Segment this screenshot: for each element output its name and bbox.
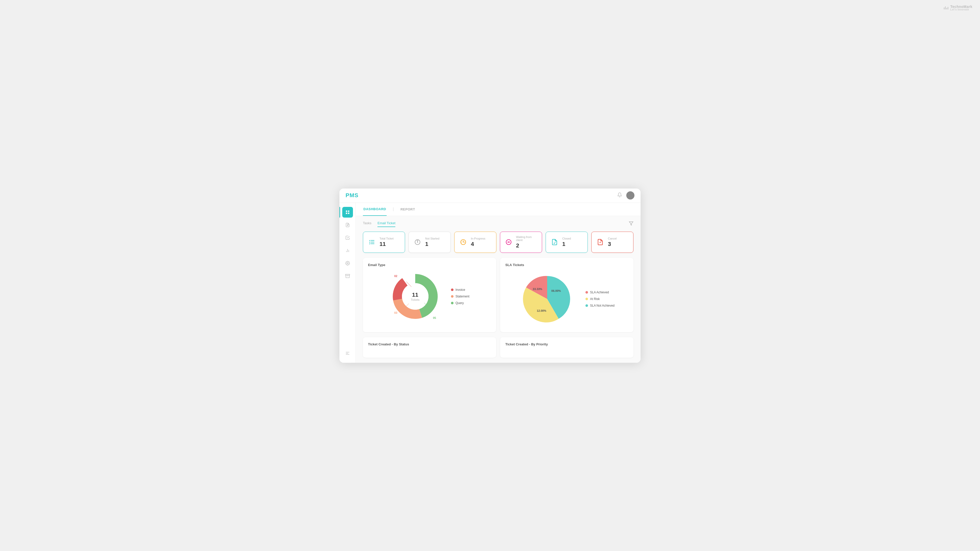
watermark: TechnoMark Let's Innovate	[944, 5, 972, 11]
svg-rect-5	[348, 213, 349, 214]
in-progress-icon	[458, 238, 468, 247]
closed-icon	[550, 238, 559, 247]
charts-row: Email Type	[363, 258, 633, 332]
pie-svg: 06.00% 33.33% 12.00%	[519, 271, 575, 327]
sidebar-item-archive[interactable]	[342, 271, 353, 281]
legend-label-sla-not-achieved: SLA Not Achieved	[590, 304, 614, 307]
stat-info-not-started: Not Started 1	[425, 237, 439, 248]
email-type-title: Email Type	[368, 263, 491, 267]
stat-info-closed: Closed 1	[562, 237, 571, 248]
stat-label-in-progress: In-Progress	[471, 237, 485, 240]
donut-label-statement: 03	[394, 311, 397, 314]
stat-card-waiting[interactable]: Waiting from client 2	[500, 232, 542, 253]
pie-label-sla-achieved: 33.33%	[533, 287, 542, 291]
stat-label-cancel: Cancel	[608, 237, 617, 240]
app-window: PMS	[339, 189, 641, 363]
pie-container: 06.00% 33.33% 12.00% SLA Achieved	[505, 271, 628, 327]
not-started-icon	[413, 238, 422, 247]
legend-statement: Statement	[451, 295, 469, 298]
active-sidebar-indicator	[339, 207, 340, 218]
svg-rect-2	[346, 210, 347, 212]
content-area: Tasks Email Ticket	[356, 216, 641, 363]
top-bar-right	[617, 191, 635, 200]
svg-rect-3	[348, 210, 349, 212]
main-content: DASHBOARD | REPORT Tasks Email Ticket	[356, 203, 641, 363]
bottom-chart-by-status: Ticket Created - By Status	[363, 337, 496, 358]
legend-invoice: Invoice	[451, 288, 469, 292]
bell-icon[interactable]	[617, 192, 622, 199]
sla-title: SLA Tickets	[505, 263, 628, 267]
sidebar-item-menu[interactable]	[342, 348, 353, 359]
sidebar-bottom	[342, 348, 353, 359]
sidebar-item-dashboard[interactable]	[342, 207, 353, 218]
nav-separator: |	[393, 207, 394, 211]
nav-tab-report[interactable]: REPORT	[400, 203, 415, 216]
stat-info-waiting: Waiting from client 2	[516, 235, 538, 249]
legend-dot-statement	[451, 295, 453, 298]
svg-point-1	[628, 197, 633, 200]
svg-point-11	[347, 262, 348, 264]
stat-card-not-started[interactable]: Not Started 1	[409, 232, 451, 253]
stat-value-total: 11	[380, 241, 393, 248]
sla-chart: SLA Tickets	[500, 258, 633, 332]
stat-card-closed[interactable]: Closed 1	[546, 232, 588, 253]
total-ticket-icon	[367, 238, 376, 247]
legend-label-invoice: Invoice	[455, 288, 465, 292]
legend-at-risk: At Risk	[585, 297, 614, 301]
legend-label-sla-achieved: SLA Achieved	[590, 291, 609, 294]
sub-tab-tasks[interactable]: Tasks	[363, 221, 371, 227]
donut-wrap: 02 03 05 11 Tickets	[390, 271, 441, 322]
stat-value-closed: 1	[562, 241, 571, 248]
legend-dot-sla-achieved	[585, 291, 588, 294]
sidebar	[339, 203, 356, 363]
app-body: DASHBOARD | REPORT Tasks Email Ticket	[339, 203, 641, 363]
stat-card-in-progress[interactable]: In-Progress 4	[454, 232, 496, 253]
stat-card-total[interactable]: Total Ticket 11	[363, 232, 405, 253]
stat-label-waiting: Waiting from client	[516, 235, 538, 241]
donut-center-text: 11 Tickets	[410, 292, 419, 301]
filter-icon[interactable]	[629, 221, 633, 227]
legend-label-at-risk: At Risk	[590, 297, 600, 301]
pie-wrap: 06.00% 33.33% 12.00%	[519, 271, 575, 327]
nav-tab-dashboard[interactable]: DASHBOARD	[363, 203, 387, 216]
stat-info-total: Total Ticket 11	[380, 237, 393, 248]
stat-cards: Total Ticket 11	[363, 232, 633, 253]
donut-container: 02 03 05 11 Tickets	[368, 271, 491, 322]
svg-point-6	[347, 225, 348, 226]
legend-dot-invoice	[451, 289, 453, 291]
stat-label-total: Total Ticket	[380, 237, 393, 240]
sidebar-item-reports[interactable]	[342, 245, 353, 256]
bottom-charts-row: Ticket Created - By Status Ticket Create…	[363, 337, 633, 358]
legend-sla-not-achieved: SLA Not Achieved	[585, 304, 614, 307]
stat-label-closed: Closed	[562, 237, 571, 240]
avatar[interactable]	[626, 191, 635, 200]
svg-rect-12	[345, 274, 350, 275]
stat-card-cancel[interactable]: Cancel 3	[591, 232, 633, 253]
donut-center-value: 11	[410, 292, 419, 298]
donut-legend: Invoice Statement Query	[451, 288, 469, 305]
sidebar-item-settings[interactable]	[342, 258, 353, 268]
sub-tab-email-ticket[interactable]: Email Ticket	[377, 221, 395, 227]
sla-legend: SLA Achieved At Risk SLA Not Achieved	[585, 291, 614, 307]
legend-dot-query	[451, 302, 453, 304]
stat-value-cancel: 3	[608, 241, 617, 248]
sidebar-item-tasks[interactable]	[342, 232, 353, 243]
pie-label-at-risk: 12.00%	[537, 309, 546, 312]
email-type-chart: Email Type	[363, 258, 496, 332]
legend-dot-sla-not-achieved	[585, 304, 588, 307]
stat-value-waiting: 2	[516, 242, 538, 249]
stat-info-cancel: Cancel 3	[608, 237, 617, 248]
stat-value-in-progress: 4	[471, 241, 485, 248]
top-bar: PMS	[339, 189, 641, 203]
stat-info-in-progress: In-Progress 4	[471, 237, 485, 248]
legend-query: Query	[451, 301, 469, 305]
by-status-title: Ticket Created - By Status	[368, 342, 491, 346]
svg-rect-4	[346, 213, 347, 214]
legend-dot-at-risk	[585, 298, 588, 300]
waiting-icon	[504, 238, 513, 247]
bottom-chart-by-priority: Ticket Created - By Priority	[500, 337, 633, 358]
sidebar-item-documents[interactable]	[342, 220, 353, 230]
cancel-icon	[596, 238, 605, 247]
watermark-icon	[944, 6, 948, 10]
pie-label-sla-not-achieved: 06.00%	[551, 289, 561, 292]
